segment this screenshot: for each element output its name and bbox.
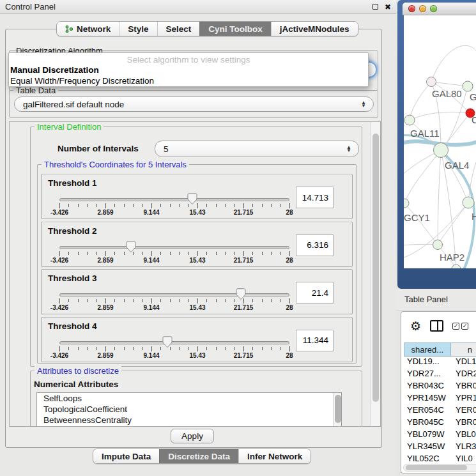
slider-handle[interactable] [126, 241, 136, 253]
table-row[interactable]: YBR045CYBR0 [404, 417, 476, 429]
slider-tick [114, 299, 115, 302]
attribute-item[interactable]: TopologicalCoefficient [37, 404, 341, 415]
network-node-label: G. [470, 91, 476, 102]
tab-jactivemnodules[interactable]: jActiveMNodules [271, 22, 358, 36]
apply-button[interactable]: Apply [171, 429, 214, 443]
slider-tick [151, 203, 152, 208]
table-row[interactable]: YER054CYER0 [404, 405, 476, 417]
table-row[interactable]: YDR27...YDR2 [404, 369, 476, 381]
cell-name: YBR0 [451, 417, 476, 429]
column-header-name[interactable]: n [451, 343, 476, 356]
slider-tick [179, 204, 180, 207]
network-node[interactable] [404, 115, 415, 125]
tab-style[interactable]: Style [119, 22, 157, 36]
slider-track[interactable] [59, 246, 289, 249]
num-intervals-combo[interactable]: 5 ▲▼ [155, 141, 359, 157]
table-horizontal-scrollbar[interactable] [403, 464, 476, 472]
network-node[interactable] [434, 143, 449, 158]
close-icon[interactable]: ✖ [385, 3, 391, 11]
network-node[interactable] [404, 199, 409, 208]
slider-track[interactable] [59, 341, 289, 344]
tab-cyni-toolbox[interactable]: Cyni Toolbox [199, 22, 271, 36]
network-node[interactable] [463, 81, 473, 91]
table-row[interactable]: YPR145WYPR1 [404, 393, 476, 405]
tab-select[interactable]: Select [157, 22, 200, 36]
minimize-traffic-light[interactable] [419, 5, 426, 12]
network-node[interactable] [427, 77, 436, 87]
slider-tick [124, 252, 125, 255]
threshold-value-field[interactable]: 6.316 [296, 234, 334, 256]
network-node[interactable] [433, 240, 443, 250]
threshold-value-field[interactable]: 11.344 [296, 330, 334, 351]
checkbox-icon[interactable]: ✓ [461, 323, 468, 330]
table-row[interactable]: YBR043CYBR0 [404, 381, 476, 393]
slider-track[interactable] [59, 293, 289, 296]
column-header-shared-name[interactable]: shared... [404, 343, 451, 356]
scrollbar-thumb[interactable] [372, 134, 379, 402]
slider-handle[interactable] [187, 193, 197, 205]
slider-tick [243, 203, 244, 208]
network-node[interactable] [463, 197, 474, 208]
slider-tick [206, 252, 207, 255]
network-canvas[interactable]: GAL80G.CGAL11GAL4GCY1HHAP2 [404, 15, 476, 268]
table-data-combo[interactable]: galFiltered.sif default node ▲▼ [14, 96, 374, 112]
slider-tick [78, 347, 79, 350]
slider-tick [243, 346, 244, 351]
network-node[interactable] [452, 265, 461, 268]
algorithm-option[interactable]: Manual Discretization [9, 65, 368, 75]
slider-tick [271, 252, 272, 255]
slider-tick [188, 252, 189, 255]
table-panel-titlebar: Table Panel [396, 289, 476, 311]
network-edge [404, 203, 438, 245]
slider-tick [225, 347, 226, 350]
threshold-label: Threshold 1 [48, 178, 97, 188]
numerical-attributes-list[interactable]: SelfLoopsTopologicalCoefficientBetweenne… [36, 392, 342, 427]
slider-tick-label: 9.144 [143, 352, 159, 359]
zoom-traffic-light[interactable] [430, 5, 437, 12]
table-data-group-title: Table Data [13, 86, 58, 95]
network-view-window: GAL80G.CGAL11GAL4GCY1HHAP2 [397, 0, 476, 289]
threshold-value-field[interactable]: 14.713 [296, 187, 334, 208]
slider-tick [78, 299, 79, 302]
algorithm-option[interactable]: Equal Width/Frequency Discretization [9, 75, 368, 86]
columns-icon[interactable] [430, 320, 443, 332]
tab-impute-data[interactable]: Impute Data [93, 449, 159, 463]
slider-tick-label: 9.144 [143, 304, 159, 311]
threshold-value-field[interactable]: 21.4 [296, 282, 334, 303]
table-row[interactable]: YLR345WYLR3 [404, 441, 476, 454]
tab-network[interactable]: Network [57, 22, 119, 36]
slider-tick [151, 298, 152, 303]
slider-tick-label: 28 [286, 304, 293, 311]
slider-tick [188, 299, 189, 302]
table-row[interactable]: YIL052CYIL0 [404, 454, 476, 463]
attribute-item[interactable]: SelfLoops [37, 393, 341, 404]
slider-tick [197, 346, 198, 351]
threshold-panel-4: Threshold 4-3.4262.8599.14415.4321.71528… [41, 317, 353, 362]
slider-handle[interactable] [162, 336, 173, 348]
attribute-item[interactable]: BetweennessCentrality [37, 415, 341, 426]
table-panel-title: Table Panel [404, 295, 448, 304]
attributes-list-scrollbar[interactable] [333, 393, 341, 427]
panel-title: Control Panel [5, 2, 372, 12]
checkbox-icon[interactable]: ✓ [452, 323, 459, 330]
slider-tick-label: 21.715 [234, 352, 254, 359]
scrollbar-thumb[interactable] [406, 465, 467, 470]
cell-shared-name: YDR27... [404, 369, 451, 381]
table-row[interactable]: YDL19...YDL1 [404, 357, 476, 369]
gear-icon[interactable]: ⚙ [410, 320, 421, 332]
slider-tick-label: 21.715 [234, 304, 254, 311]
tab-infer-network[interactable]: Infer Network [238, 449, 311, 463]
settings-scrollpane: Interval Definition Number of Intervals … [9, 121, 381, 427]
close-traffic-light[interactable] [408, 5, 415, 12]
slider-tick [188, 347, 189, 350]
float-window-icon[interactable] [372, 4, 378, 10]
slider-handle[interactable] [236, 288, 246, 300]
table-row[interactable]: YBL079WYBL0 [404, 429, 476, 441]
select-columns-icons[interactable]: ✓ ✓ [452, 323, 468, 330]
slider-tick [262, 204, 263, 207]
slider-track[interactable] [59, 198, 289, 201]
slider-tick [234, 252, 235, 255]
scrollbar-thumb[interactable] [335, 395, 341, 423]
tab-discretize-data[interactable]: Discretize Data [159, 449, 238, 463]
settings-vertical-scrollbar[interactable] [371, 122, 380, 426]
